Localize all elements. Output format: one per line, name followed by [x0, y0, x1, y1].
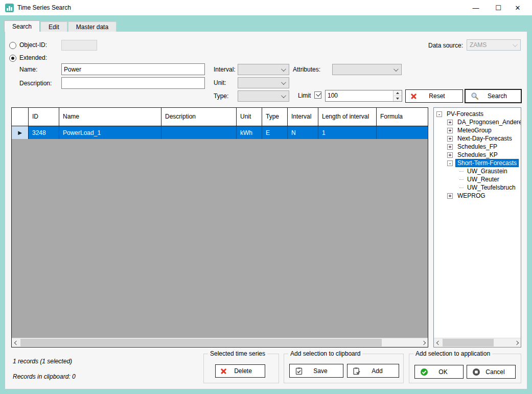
data-source-label: Data source: [428, 42, 463, 49]
expand-icon[interactable]: + [447, 128, 453, 133]
column-header-formula[interactable]: Formula [377, 108, 428, 126]
cancel-button[interactable]: Cancel [467, 365, 516, 379]
tree-item-da-prognosen[interactable]: + DA_Prognosen_Andere_ [434, 118, 521, 126]
tree-item-pv-forecasts[interactable]: - PV-Forecasts [434, 110, 521, 118]
scroll-left-arrow-icon[interactable] [12, 338, 20, 347]
cell-description[interactable] [161, 126, 237, 139]
cell-formula[interactable] [377, 126, 428, 139]
search-tab-page: Object-ID: Extended: Name: Description: … [5, 32, 527, 389]
tree-item-next-day-forecasts[interactable]: + Next-Day-Forecasts [434, 134, 521, 143]
forecast-tree-panel: - PV-Forecasts + DA_Prognosen_Andere_ + … [433, 107, 521, 347]
close-button[interactable]: ✕ [506, 0, 529, 15]
minimize-button[interactable]: — [465, 0, 487, 15]
search-button[interactable]: Search [465, 89, 522, 103]
tree-item-uw-teufelsbruch[interactable]: UW_Teufelsbruch [434, 183, 521, 192]
limit-value[interactable]: 100 [326, 90, 393, 101]
limit-spinner[interactable]: 100 [325, 90, 402, 102]
tree-item-schedules-fp[interactable]: + Schedules_FP [434, 143, 521, 151]
scrollbar-thumb[interactable] [443, 339, 494, 346]
reset-button[interactable]: Reset [405, 89, 463, 103]
extended-label: Extended: [19, 54, 47, 61]
extended-radio[interactable] [9, 55, 16, 62]
save-button[interactable]: Save [289, 364, 343, 378]
tree-items: - PV-Forecasts + DA_Prognosen_Andere_ + … [434, 108, 521, 338]
clipboard-add-icon [353, 367, 361, 375]
tree-item-uw-reuter[interactable]: UW_Reuter [434, 175, 521, 183]
scroll-right-arrow-icon[interactable] [419, 338, 428, 347]
scroll-left-arrow-icon[interactable] [434, 338, 443, 347]
ok-button[interactable]: OK [414, 365, 464, 379]
interval-label: Interval: [214, 66, 236, 73]
tab-edit[interactable]: Edit [40, 21, 67, 32]
interval-combo[interactable] [238, 64, 289, 75]
cell-length-of-interval[interactable]: 1 [318, 126, 377, 139]
collapse-icon[interactable]: - [436, 111, 442, 117]
ok-check-icon [420, 368, 428, 376]
spinner-up-button[interactable] [394, 90, 402, 96]
type-combo[interactable] [238, 90, 289, 102]
chevron-down-icon [281, 80, 286, 85]
column-header-id[interactable]: ID [29, 108, 59, 126]
chevron-down-icon [281, 93, 286, 98]
tree-connector [459, 171, 464, 172]
cell-interval[interactable]: N [288, 126, 318, 139]
application-group-title: Add selection to application [413, 350, 492, 357]
app-icon [5, 4, 14, 12]
description-input[interactable] [61, 77, 205, 89]
cell-unit[interactable]: kWh [237, 126, 262, 139]
object-id-input[interactable] [61, 40, 97, 51]
table-row[interactable]: ▶ 3248 PowerLoad_1 kWh E N 1 [12, 126, 428, 139]
data-source-combo[interactable]: ZAMS [467, 39, 521, 51]
expand-icon[interactable]: + [447, 193, 453, 199]
arrow-down-icon [396, 98, 399, 100]
red-x-icon [221, 368, 226, 374]
ok-button-label: OK [428, 368, 458, 376]
data-source-value: ZAMS [470, 41, 487, 49]
app-window: Time Series Search — ☐ ✕ Search Edit Mas… [0, 0, 532, 394]
scrollbar-thumb[interactable] [20, 339, 382, 346]
cell-id[interactable]: 3248 [29, 126, 59, 139]
column-header-interval[interactable]: Interval [288, 108, 318, 126]
tree-item-short-term-forecasts[interactable]: - Short-Term-Forecasts [434, 159, 521, 167]
delete-button-label: Delete [226, 367, 260, 375]
grid-corner-cell[interactable] [12, 108, 29, 126]
cell-name[interactable]: PowerLoad_1 [59, 126, 161, 139]
unit-combo[interactable] [238, 77, 289, 88]
scroll-right-arrow-icon[interactable] [512, 338, 521, 347]
collapse-icon[interactable]: - [447, 160, 453, 166]
column-header-description[interactable]: Description [161, 108, 237, 126]
attributes-combo[interactable] [332, 64, 402, 75]
grid-header-row: ID Name Description Unit Type Interval L… [12, 108, 428, 126]
delete-button[interactable]: Delete [215, 364, 265, 378]
column-header-name[interactable]: Name [59, 108, 161, 126]
chevron-down-icon [281, 66, 286, 72]
column-header-unit[interactable]: Unit [237, 108, 262, 126]
expand-icon[interactable]: + [447, 144, 453, 150]
grid-empty-area [12, 139, 428, 338]
spinner-down-button[interactable] [394, 96, 402, 101]
tree-item-weprog[interactable]: + WEPROG [434, 192, 521, 200]
expand-icon[interactable]: + [447, 120, 453, 125]
add-button[interactable]: Add [347, 364, 399, 378]
grid-horizontal-scrollbar[interactable] [12, 338, 428, 347]
tab-master-data[interactable]: Master data [68, 21, 117, 32]
tree-item-meteogroup[interactable]: + MeteoGroup [434, 126, 521, 134]
row-selector-cell[interactable]: ▶ [12, 126, 29, 139]
tab-search[interactable]: Search [4, 20, 40, 32]
title-bar: Time Series Search — ☐ ✕ [0, 0, 532, 15]
column-header-type[interactable]: Type [262, 108, 288, 126]
tree-connector [459, 188, 464, 188]
column-header-length-of-interval[interactable]: Length of interval [318, 108, 377, 126]
red-x-icon [411, 94, 417, 99]
object-id-radio[interactable] [9, 42, 16, 49]
name-input[interactable] [61, 63, 205, 75]
tree-horizontal-scrollbar[interactable] [434, 338, 521, 347]
limit-checkbox[interactable] [314, 91, 321, 99]
cell-type[interactable]: E [262, 126, 288, 139]
unit-label: Unit: [214, 79, 226, 86]
tree-item-schedules-kp[interactable]: + Schedules_KP [434, 151, 521, 159]
expand-icon[interactable]: + [447, 136, 453, 142]
add-button-label: Add [361, 367, 394, 375]
tree-item-uw-graustein[interactable]: UW_Graustein [434, 167, 521, 175]
expand-icon[interactable]: + [447, 152, 453, 158]
